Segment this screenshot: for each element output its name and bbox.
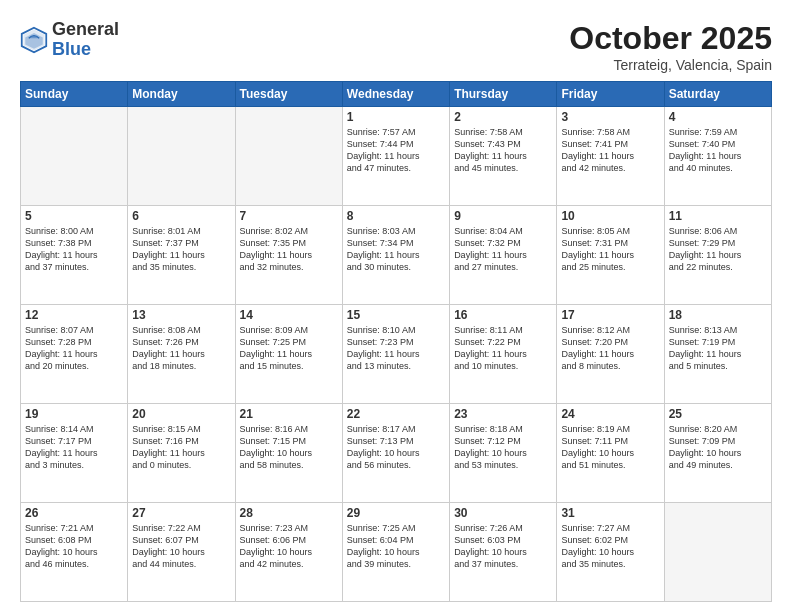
day-info: Sunrise: 8:19 AM Sunset: 7:11 PM Dayligh… — [561, 423, 659, 472]
calendar-table: Sunday Monday Tuesday Wednesday Thursday… — [20, 81, 772, 602]
logo-general: General — [52, 19, 119, 39]
logo-text-block: General Blue — [52, 20, 119, 60]
table-row — [235, 107, 342, 206]
table-row: 18Sunrise: 8:13 AM Sunset: 7:19 PM Dayli… — [664, 305, 771, 404]
col-tuesday: Tuesday — [235, 82, 342, 107]
col-wednesday: Wednesday — [342, 82, 449, 107]
day-number: 26 — [25, 506, 123, 520]
day-info: Sunrise: 7:57 AM Sunset: 7:44 PM Dayligh… — [347, 126, 445, 175]
day-number: 28 — [240, 506, 338, 520]
table-row: 16Sunrise: 8:11 AM Sunset: 7:22 PM Dayli… — [450, 305, 557, 404]
day-number: 16 — [454, 308, 552, 322]
day-info: Sunrise: 8:13 AM Sunset: 7:19 PM Dayligh… — [669, 324, 767, 373]
calendar-week-row: 12Sunrise: 8:07 AM Sunset: 7:28 PM Dayli… — [21, 305, 772, 404]
day-number: 15 — [347, 308, 445, 322]
day-number: 12 — [25, 308, 123, 322]
day-info: Sunrise: 8:01 AM Sunset: 7:37 PM Dayligh… — [132, 225, 230, 274]
table-row: 23Sunrise: 8:18 AM Sunset: 7:12 PM Dayli… — [450, 404, 557, 503]
table-row: 9Sunrise: 8:04 AM Sunset: 7:32 PM Daylig… — [450, 206, 557, 305]
col-friday: Friday — [557, 82, 664, 107]
table-row: 29Sunrise: 7:25 AM Sunset: 6:04 PM Dayli… — [342, 503, 449, 602]
day-info: Sunrise: 8:05 AM Sunset: 7:31 PM Dayligh… — [561, 225, 659, 274]
col-sunday: Sunday — [21, 82, 128, 107]
table-row: 15Sunrise: 8:10 AM Sunset: 7:23 PM Dayli… — [342, 305, 449, 404]
table-row: 4Sunrise: 7:59 AM Sunset: 7:40 PM Daylig… — [664, 107, 771, 206]
calendar-week-row: 5Sunrise: 8:00 AM Sunset: 7:38 PM Daylig… — [21, 206, 772, 305]
calendar-week-row: 19Sunrise: 8:14 AM Sunset: 7:17 PM Dayli… — [21, 404, 772, 503]
title-block: October 2025 Terrateig, Valencia, Spain — [569, 20, 772, 73]
day-info: Sunrise: 8:14 AM Sunset: 7:17 PM Dayligh… — [25, 423, 123, 472]
day-number: 22 — [347, 407, 445, 421]
day-info: Sunrise: 7:23 AM Sunset: 6:06 PM Dayligh… — [240, 522, 338, 571]
day-info: Sunrise: 8:03 AM Sunset: 7:34 PM Dayligh… — [347, 225, 445, 274]
table-row — [128, 107, 235, 206]
day-number: 6 — [132, 209, 230, 223]
table-row: 28Sunrise: 7:23 AM Sunset: 6:06 PM Dayli… — [235, 503, 342, 602]
day-info: Sunrise: 7:27 AM Sunset: 6:02 PM Dayligh… — [561, 522, 659, 571]
day-info: Sunrise: 7:22 AM Sunset: 6:07 PM Dayligh… — [132, 522, 230, 571]
day-info: Sunrise: 8:04 AM Sunset: 7:32 PM Dayligh… — [454, 225, 552, 274]
table-row: 22Sunrise: 8:17 AM Sunset: 7:13 PM Dayli… — [342, 404, 449, 503]
day-info: Sunrise: 7:21 AM Sunset: 6:08 PM Dayligh… — [25, 522, 123, 571]
day-number: 18 — [669, 308, 767, 322]
logo: General Blue — [20, 20, 119, 60]
table-row: 21Sunrise: 8:16 AM Sunset: 7:15 PM Dayli… — [235, 404, 342, 503]
day-info: Sunrise: 8:17 AM Sunset: 7:13 PM Dayligh… — [347, 423, 445, 472]
day-number: 21 — [240, 407, 338, 421]
day-number: 10 — [561, 209, 659, 223]
table-row: 24Sunrise: 8:19 AM Sunset: 7:11 PM Dayli… — [557, 404, 664, 503]
day-info: Sunrise: 8:20 AM Sunset: 7:09 PM Dayligh… — [669, 423, 767, 472]
calendar-header-row: Sunday Monday Tuesday Wednesday Thursday… — [21, 82, 772, 107]
day-info: Sunrise: 8:09 AM Sunset: 7:25 PM Dayligh… — [240, 324, 338, 373]
calendar-week-row: 26Sunrise: 7:21 AM Sunset: 6:08 PM Dayli… — [21, 503, 772, 602]
day-info: Sunrise: 8:18 AM Sunset: 7:12 PM Dayligh… — [454, 423, 552, 472]
day-number: 30 — [454, 506, 552, 520]
table-row: 8Sunrise: 8:03 AM Sunset: 7:34 PM Daylig… — [342, 206, 449, 305]
day-info: Sunrise: 7:58 AM Sunset: 7:43 PM Dayligh… — [454, 126, 552, 175]
table-row — [664, 503, 771, 602]
day-number: 29 — [347, 506, 445, 520]
day-info: Sunrise: 7:25 AM Sunset: 6:04 PM Dayligh… — [347, 522, 445, 571]
day-number: 9 — [454, 209, 552, 223]
table-row: 19Sunrise: 8:14 AM Sunset: 7:17 PM Dayli… — [21, 404, 128, 503]
col-thursday: Thursday — [450, 82, 557, 107]
header: General Blue October 2025 Terrateig, Val… — [20, 20, 772, 73]
day-number: 19 — [25, 407, 123, 421]
table-row: 14Sunrise: 8:09 AM Sunset: 7:25 PM Dayli… — [235, 305, 342, 404]
col-monday: Monday — [128, 82, 235, 107]
table-row: 27Sunrise: 7:22 AM Sunset: 6:07 PM Dayli… — [128, 503, 235, 602]
table-row: 25Sunrise: 8:20 AM Sunset: 7:09 PM Dayli… — [664, 404, 771, 503]
table-row: 10Sunrise: 8:05 AM Sunset: 7:31 PM Dayli… — [557, 206, 664, 305]
day-number: 14 — [240, 308, 338, 322]
day-number: 31 — [561, 506, 659, 520]
table-row: 31Sunrise: 7:27 AM Sunset: 6:02 PM Dayli… — [557, 503, 664, 602]
calendar-page: General Blue October 2025 Terrateig, Val… — [0, 0, 792, 612]
day-number: 8 — [347, 209, 445, 223]
day-number: 24 — [561, 407, 659, 421]
day-number: 4 — [669, 110, 767, 124]
day-number: 3 — [561, 110, 659, 124]
day-number: 25 — [669, 407, 767, 421]
day-number: 23 — [454, 407, 552, 421]
day-number: 5 — [25, 209, 123, 223]
day-number: 27 — [132, 506, 230, 520]
table-row: 1Sunrise: 7:57 AM Sunset: 7:44 PM Daylig… — [342, 107, 449, 206]
table-row: 6Sunrise: 8:01 AM Sunset: 7:37 PM Daylig… — [128, 206, 235, 305]
day-info: Sunrise: 7:59 AM Sunset: 7:40 PM Dayligh… — [669, 126, 767, 175]
table-row: 17Sunrise: 8:12 AM Sunset: 7:20 PM Dayli… — [557, 305, 664, 404]
table-row: 20Sunrise: 8:15 AM Sunset: 7:16 PM Dayli… — [128, 404, 235, 503]
table-row: 3Sunrise: 7:58 AM Sunset: 7:41 PM Daylig… — [557, 107, 664, 206]
day-number: 7 — [240, 209, 338, 223]
col-saturday: Saturday — [664, 82, 771, 107]
table-row: 2Sunrise: 7:58 AM Sunset: 7:43 PM Daylig… — [450, 107, 557, 206]
table-row: 26Sunrise: 7:21 AM Sunset: 6:08 PM Dayli… — [21, 503, 128, 602]
table-row: 13Sunrise: 8:08 AM Sunset: 7:26 PM Dayli… — [128, 305, 235, 404]
location: Terrateig, Valencia, Spain — [569, 57, 772, 73]
day-info: Sunrise: 8:10 AM Sunset: 7:23 PM Dayligh… — [347, 324, 445, 373]
table-row: 12Sunrise: 8:07 AM Sunset: 7:28 PM Dayli… — [21, 305, 128, 404]
logo-blue: Blue — [52, 39, 91, 59]
day-info: Sunrise: 8:02 AM Sunset: 7:35 PM Dayligh… — [240, 225, 338, 274]
day-number: 13 — [132, 308, 230, 322]
calendar-week-row: 1Sunrise: 7:57 AM Sunset: 7:44 PM Daylig… — [21, 107, 772, 206]
day-info: Sunrise: 8:00 AM Sunset: 7:38 PM Dayligh… — [25, 225, 123, 274]
